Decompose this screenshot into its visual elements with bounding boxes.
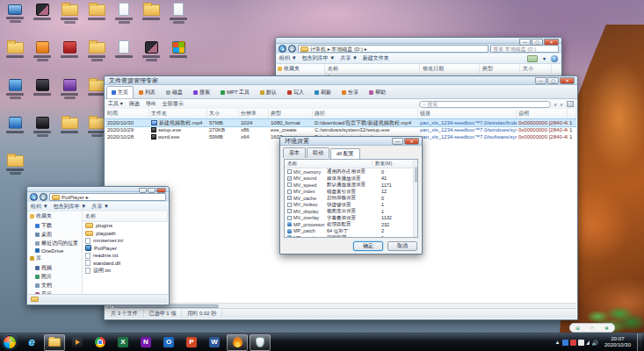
network-icon[interactable] [586, 340, 590, 345]
toolbar-item[interactable]: 新建文件夹 [363, 54, 389, 62]
chevron-down-icon[interactable]: ▾ [543, 55, 546, 61]
dialog-row[interactable]: MV_memory通用内存占用设置0 [285, 168, 417, 176]
dialog-tab-2[interactable]: dll 配置 [330, 148, 360, 159]
checkbox[interactable]: ✓ [287, 176, 292, 181]
toolbar-item[interactable]: 全部显示 [163, 100, 184, 108]
desktop-icon-doc[interactable] [166, 2, 191, 33]
main-titlebar[interactable]: 文件资源管理专家 — ▢ ✕ [105, 76, 577, 85]
maximize-button[interactable]: ▢ [532, 39, 543, 46]
checkbox[interactable] [287, 190, 292, 194]
tab-默认[interactable]: 默认 [255, 86, 282, 98]
taskbar-app-excel[interactable]: X [112, 334, 134, 351]
tab-刷新[interactable]: 刷新 [309, 86, 336, 98]
column-header[interactable]: 修改日期 [420, 64, 480, 74]
taskbar-app-onenote[interactable]: N [135, 334, 156, 351]
nav-收藏夹[interactable]: 收藏夹 [28, 211, 82, 221]
desktop-icon-folder[interactable] [3, 153, 27, 184]
close-button[interactable]: ✕ [560, 77, 575, 84]
column-header[interactable]: 大小 [520, 64, 552, 74]
explorer-window-mini[interactable]: ◂ ▸ PotPlayer ▸ 组织 ▼包含到库中 ▼共享 ▼ 收藏夹下载桌面最… [26, 186, 170, 305]
checkbox[interactable] [287, 183, 292, 187]
cancel-button[interactable]: 取消 [387, 241, 417, 251]
nav-最近访问的位置[interactable]: 最近访问的位置 [28, 239, 82, 247]
count-column-header[interactable]: 数量(M) [373, 160, 417, 168]
back-button[interactable]: ◂ [279, 45, 286, 53]
table-row[interactable]: 2020/10/30 新建视频教程.mp457MB10241080_format… [105, 119, 576, 126]
file-list-item[interactable]: playpath [83, 230, 168, 238]
tab-分享[interactable]: 分享 [336, 86, 364, 98]
change-view-icon[interactable] [527, 55, 538, 62]
dialog-row[interactable]: ✓MV_sound媒体库播放设置41 [285, 176, 417, 183]
nav-桌面[interactable]: 桌面 [28, 230, 82, 239]
dialog-titlebar[interactable]: 环境设置 — ✕ [280, 137, 422, 146]
taskbar-app-internet-explorer[interactable]: e [21, 334, 42, 351]
column-header-time[interactable]: 时间 [105, 109, 149, 118]
minimize-button[interactable]: — [535, 77, 546, 84]
taskbar-app-word[interactable]: W [204, 334, 225, 351]
start-button[interactable] [3, 335, 17, 349]
explorer-back-titlebar[interactable]: — ▢ ✕ [276, 38, 561, 44]
flower-icon[interactable]: ❀ [604, 325, 609, 331]
toolbar-item[interactable]: 组织 ▼ [31, 203, 48, 211]
column-header[interactable]: 名称 [325, 64, 420, 74]
file-list-item[interactable]: 说明.txt [83, 267, 168, 275]
taskbar-app-chrome[interactable] [90, 334, 111, 351]
desktop-icon-folder[interactable] [84, 39, 109, 71]
checkbox[interactable]: ✓ [287, 196, 292, 200]
nav-视频[interactable]: 视频 [28, 263, 82, 272]
dialog-row[interactable]: MV_hotkey快捷键设置1 [285, 202, 417, 209]
nav-文档[interactable]: 文档 [28, 281, 82, 290]
file-list-item[interactable]: standard.dll [83, 260, 168, 268]
file-list-item[interactable]: PotPlayer [83, 245, 168, 253]
dialog-tab-0[interactable]: 基本 [283, 147, 306, 158]
address-bar[interactable]: 计算机 ▸ 本地磁盘 (D:) ▸ [298, 45, 488, 53]
desktop-icon-folder[interactable] [139, 2, 163, 33]
dialog-row[interactable]: MP_patch64 位补丁2 [285, 228, 417, 235]
dialog-row[interactable]: MP_processor处理器配置232 [285, 221, 417, 228]
toolbar-item[interactable]: 组织 ▼ [279, 54, 297, 62]
dialog-tab-1[interactable]: 联动 [307, 147, 329, 158]
taskbar-app-shield-tool[interactable] [250, 334, 271, 351]
desktop-icon-app-black[interactable] [30, 77, 54, 109]
tab-搜索[interactable]: 搜索 [188, 86, 215, 98]
column-header-path[interactable]: 路径 [313, 109, 418, 118]
desktop-icon-app-black[interactable] [30, 115, 54, 147]
search-input[interactable]: ⌕ 搜索 [419, 101, 551, 108]
forward-button[interactable]: ▸ [288, 45, 296, 53]
forward-button[interactable]: ▸ [40, 193, 47, 201]
column-header-type[interactable]: 类型 [269, 109, 313, 118]
name-column-header[interactable]: 名称 [285, 160, 373, 168]
nav-OneDrive[interactable]: OneDrive [28, 247, 82, 254]
file-list-item[interactable]: readme.txt [83, 252, 168, 260]
settings-dialog[interactable]: 环境设置 — ✕ 基本联动dll 配置 名称数量(M) MV_memory通用内… [279, 136, 423, 254]
mini-widget-pill[interactable]: ⊞⌕❀ [569, 323, 615, 333]
desktop-icon-photo[interactable] [30, 2, 54, 33]
close-button[interactable]: ✕ [404, 138, 419, 145]
toolbar-item[interactable]: 共享 ▼ [340, 54, 358, 62]
desktop-icon-doc[interactable] [112, 2, 136, 33]
column-header-res[interactable]: 分辨率 [239, 109, 269, 118]
desktop-icon-folder[interactable] [57, 2, 82, 33]
column-header-size[interactable]: 大小 [207, 109, 239, 118]
tab-列表[interactable]: 列表 [134, 86, 161, 98]
tray-app-blue-icon[interactable] [562, 340, 568, 346]
column-header-n[interactable] [568, 109, 576, 118]
toolbar-item[interactable]: 导出 [146, 100, 156, 108]
vertical-scrollbar[interactable] [413, 160, 417, 237]
column-header-link[interactable]: 链接 [418, 109, 517, 118]
desktop-icon-doc[interactable] [112, 39, 136, 71]
mini-explorer-titlebar[interactable] [27, 187, 169, 192]
tray-app-red-icon[interactable] [570, 340, 576, 346]
nav-库[interactable]: 库 [28, 254, 82, 263]
toolbar-item[interactable]: 共享 ▼ [91, 203, 109, 211]
desktop-icon-folder[interactable] [84, 2, 109, 33]
toolbar-item[interactable]: 筛选 [129, 100, 140, 108]
taskbar-app-media-player[interactable] [67, 334, 88, 351]
column-header[interactable]: 类型 [480, 64, 520, 74]
desktop-icon-app-blue[interactable] [3, 115, 27, 147]
tab-磁盘[interactable]: 磁盘 [161, 86, 188, 98]
table-row[interactable]: 2020/10/29 setup.exe270KBx86exe_createC:… [105, 126, 576, 133]
tab-主页[interactable]: 主页 [106, 86, 134, 98]
minimize-button[interactable]: — [392, 138, 403, 145]
desktop-icon-app-red[interactable] [57, 39, 82, 71]
